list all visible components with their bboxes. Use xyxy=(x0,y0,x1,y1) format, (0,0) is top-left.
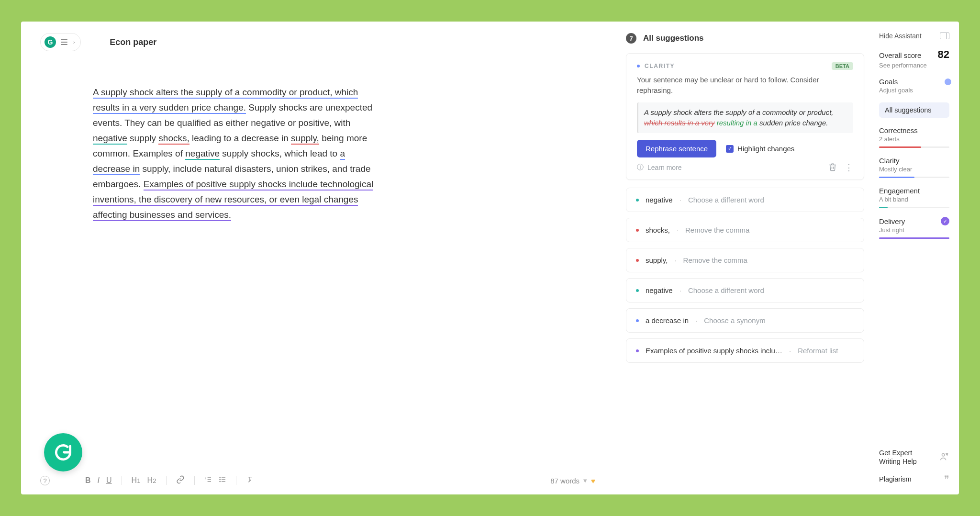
chevron-down-icon: ▾ xyxy=(583,476,587,485)
metric-bar xyxy=(879,207,949,208)
grammarly-logo-icon: G xyxy=(45,36,56,48)
bold-button[interactable]: B xyxy=(85,476,91,485)
notice-dot-icon xyxy=(945,79,951,85)
panel-collapse-icon xyxy=(940,33,949,39)
svg-point-6 xyxy=(220,477,220,478)
assistant-column: Hide Assistant Overall score 82 See perf… xyxy=(873,22,959,494)
rephrase-button[interactable]: Rephrase sentence xyxy=(637,140,716,157)
insert-text: resulting in a xyxy=(717,119,757,127)
rewrite-preview: A supply shock alters the supply of a co… xyxy=(637,102,853,133)
metric-bar xyxy=(879,237,949,239)
editor-topbar: G › Econ paper xyxy=(21,22,595,61)
word-correctness-highlight[interactable]: shocks, xyxy=(158,133,189,145)
question-circle-icon: ⓘ xyxy=(637,163,644,172)
word-engagement-highlight[interactable]: negative xyxy=(185,148,220,160)
overall-score[interactable]: Overall score 82 See performance xyxy=(879,48,949,69)
suggestion-term: negative xyxy=(646,286,673,294)
unordered-list-button[interactable] xyxy=(219,476,226,485)
svg-point-9 xyxy=(942,453,945,456)
underline-button[interactable]: U xyxy=(106,476,112,485)
editor-column: G › Econ paper A supply shock alters the… xyxy=(21,22,624,494)
ordered-list-button[interactable] xyxy=(204,476,212,485)
h1-button[interactable]: H1 xyxy=(132,476,141,485)
word-count[interactable]: 87 words ▾ ♥ xyxy=(550,476,595,485)
document-body[interactable]: A supply shock alters the supply of a co… xyxy=(21,61,385,223)
suggestion-description: Your sentence may be unclear or hard to … xyxy=(637,75,853,96)
suggestion-hint: Choose a different word xyxy=(688,286,764,294)
menu-icon xyxy=(61,39,67,45)
category-dot-icon xyxy=(637,65,640,67)
clear-format-button[interactable] xyxy=(246,476,254,485)
metric-bar xyxy=(879,177,949,178)
suggestion-row[interactable]: negative · Choose a different word xyxy=(626,188,864,212)
app-menu-pill[interactable]: G › xyxy=(40,33,81,51)
link-button[interactable] xyxy=(176,475,185,486)
beta-badge: BETA xyxy=(832,62,853,70)
format-group-list xyxy=(204,476,226,485)
format-group-heading: H1 H2 xyxy=(132,476,156,485)
italic-button[interactable]: I xyxy=(98,476,100,485)
delivery-metric[interactable]: Delivery ✓ Just right xyxy=(879,217,949,239)
format-group-text: B I U xyxy=(85,476,112,485)
clarity-metric[interactable]: Clarity Mostly clear xyxy=(879,157,949,178)
suggestion-row[interactable]: negative · Choose a different word xyxy=(626,278,864,303)
suggestion-term: shocks, xyxy=(646,226,670,234)
word-engagement-highlight[interactable]: negative xyxy=(93,133,127,145)
suggestion-term: a decrease in xyxy=(646,316,689,325)
suggestion-row[interactable]: shocks, · Remove the comma xyxy=(626,218,864,242)
suggestion-hint: Choose a different word xyxy=(688,196,764,204)
all-suggestions-tab[interactable]: All suggestions xyxy=(879,102,949,118)
suggestions-column: 7 All suggestions CLARITY BETA Your sent… xyxy=(624,22,873,494)
grammarly-floating-icon[interactable] xyxy=(44,433,82,471)
svg-point-7 xyxy=(220,479,220,480)
app-window: G › Econ paper A supply shock alters the… xyxy=(21,22,959,494)
document-title[interactable]: Econ paper xyxy=(110,37,156,47)
suggestions-header: 7 All suggestions xyxy=(626,33,864,44)
suggestion-term: Examples of positive supply shocks inclu… xyxy=(646,347,782,355)
category-dot-icon xyxy=(636,319,639,322)
suggestion-card-expanded[interactable]: CLARITY BETA Your sentence may be unclea… xyxy=(626,53,864,180)
suggestion-term: negative xyxy=(646,196,673,204)
word-correctness-highlight[interactable]: supply, xyxy=(291,133,319,145)
category-label: CLARITY xyxy=(645,63,675,69)
heart-icon[interactable]: ♥ xyxy=(591,477,595,485)
suggestion-hint: Choose a synonym xyxy=(704,316,765,325)
editor-bottombar: ? B I U H1 H2 xyxy=(40,475,595,486)
help-icon[interactable]: ? xyxy=(40,476,50,485)
chevron-right-icon: › xyxy=(73,40,75,45)
correctness-metric[interactable]: Correctness 2 alerts xyxy=(879,126,949,148)
more-icon[interactable]: ⋮ xyxy=(845,162,853,173)
suggestion-hint: Remove the comma xyxy=(685,226,749,234)
strike-text: which results in a very xyxy=(644,119,715,127)
goals-button[interactable]: Goals Adjust goals xyxy=(879,78,949,94)
check-circle-icon: ✓ xyxy=(941,217,949,225)
divider xyxy=(122,476,122,485)
divider xyxy=(194,476,195,485)
suggestion-hint: Reformat list xyxy=(798,347,838,355)
expert-help-link[interactable]: Get Expert Writing Help xyxy=(879,449,949,466)
category-dot-icon xyxy=(636,289,639,292)
h2-button[interactable]: H2 xyxy=(147,476,156,485)
category-dot-icon xyxy=(636,349,639,352)
suggestion-count-badge: 7 xyxy=(626,33,636,44)
category-dot-icon xyxy=(636,229,639,232)
quotes-icon: ❞ xyxy=(944,473,949,485)
plagiarism-link[interactable]: Plagiarism ❞ xyxy=(879,473,949,485)
word-count-label: 87 words xyxy=(550,477,579,485)
suggestion-row[interactable]: Examples of positive supply shocks inclu… xyxy=(626,338,864,363)
metric-bar xyxy=(879,146,949,148)
svg-point-8 xyxy=(220,481,220,482)
trash-icon[interactable] xyxy=(828,163,837,173)
suggestion-row[interactable]: a decrease in · Choose a synonym xyxy=(626,308,864,333)
hide-assistant-button[interactable]: Hide Assistant xyxy=(879,32,949,40)
learn-more-link[interactable]: ⓘ Learn more xyxy=(637,163,682,172)
suggestions-title: All suggestions xyxy=(643,34,704,43)
category-dot-icon xyxy=(636,199,639,202)
suggestion-row[interactable]: supply, · Remove the comma xyxy=(626,248,864,272)
suggestion-term: supply, xyxy=(646,256,668,264)
divider xyxy=(166,476,167,485)
highlight-changes-toggle[interactable]: ✓ Highlight changes xyxy=(726,145,794,153)
category-dot-icon xyxy=(636,259,639,262)
engagement-metric[interactable]: Engagement A bit bland xyxy=(879,187,949,208)
person-heart-icon xyxy=(939,451,949,463)
